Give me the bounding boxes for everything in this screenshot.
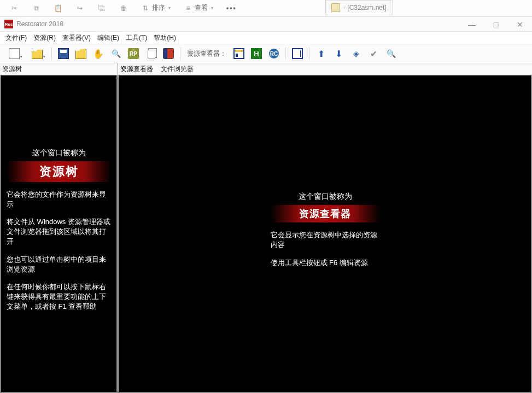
intro-title: 这个窗口被称为 xyxy=(7,148,111,158)
view-hex-button[interactable]: H xyxy=(249,46,264,61)
folder-icon xyxy=(75,48,86,59)
copy2-icon[interactable]: ⿻ xyxy=(97,4,106,13)
separator xyxy=(285,47,286,60)
intro-p1: 它会将您的文件作为资源树来显示 xyxy=(7,190,111,209)
intro-banner: 资源树 xyxy=(7,161,111,182)
viewer-label: 资源查看器： xyxy=(187,49,226,58)
tab-resource-viewer[interactable]: 资源查看器 xyxy=(120,64,153,74)
workspace: 资源树 这个窗口被称为 资源树 它会将您的文件作为资源树来显示 将文件从 Win… xyxy=(0,63,532,393)
viewer-intro: 这个窗口被称为 资源查看器 它会显示您在资源树中选择的资源内容 使用工具栏按钮或… xyxy=(271,192,380,275)
up-arrow-icon: ⬆ xyxy=(318,49,325,59)
separator xyxy=(309,47,309,60)
grab-button[interactable]: ✋ xyxy=(91,46,106,61)
view-window-button[interactable] xyxy=(290,46,305,61)
check-icon: ✔ xyxy=(370,49,377,59)
cut-icon[interactable]: ✂ xyxy=(10,4,19,13)
host-toolbar: ✂ ⧉ 📋 ↪ ⿻ 🗑 ⇅排序 ≡查看 ••• xyxy=(0,0,532,16)
menu-help[interactable]: 帮助(H) xyxy=(154,33,176,43)
viewer-intro-title: 这个窗口被称为 xyxy=(271,192,380,202)
view-dropdown[interactable]: ≡查看 xyxy=(184,3,213,13)
menu-tool[interactable]: 工具(T) xyxy=(126,33,147,43)
open-file-button[interactable] xyxy=(27,46,47,61)
nav-down-button[interactable]: ⬇ xyxy=(331,46,346,61)
viewer-intro-banner: 资源查看器 xyxy=(271,205,380,222)
rp-button[interactable]: RP xyxy=(126,46,141,61)
resource-tree-body[interactable]: 这个窗口被称为 资源树 它会将您的文件作为资源树来显示 将文件从 Windows… xyxy=(0,75,118,393)
nav-diamond-button[interactable]: ◈ xyxy=(349,46,363,61)
viewer-intro-p1: 它会显示您在资源树中选择的资源内容 xyxy=(271,230,380,250)
view-rc-button[interactable]: RC xyxy=(267,46,281,61)
separator xyxy=(180,47,180,60)
sort-dropdown[interactable]: ⇅排序 xyxy=(141,3,171,13)
separator xyxy=(51,47,52,60)
zoom-icon: 🔍 xyxy=(387,49,396,58)
window-icon xyxy=(292,48,303,59)
resource-tree-panel: 资源树 这个窗口被称为 资源树 它会将您的文件作为资源树来显示 将文件从 Win… xyxy=(0,63,118,393)
resource-viewer-panel: 资源查看器 文件浏览器 这个窗口被称为 资源查看器 它会显示您在资源树中选择的资… xyxy=(118,63,532,393)
search-icon: 🔍 xyxy=(112,49,121,58)
menu-viewer[interactable]: 查看器(V) xyxy=(62,33,91,43)
help-book-button[interactable] xyxy=(161,46,176,61)
resource-tree-intro: 这个窗口被称为 资源树 它会将您的文件作为资源树来显示 将文件从 Windows… xyxy=(7,148,111,320)
paste-icon[interactable]: 📋 xyxy=(54,4,62,13)
copy-icon xyxy=(148,50,155,58)
intro-p2: 将文件从 Windows 资源管理器或文件浏览器拖到该区域以将其打开 xyxy=(7,217,111,247)
down-arrow-icon: ⬇ xyxy=(335,49,342,59)
new-file-icon xyxy=(9,48,20,59)
resource-viewer-body[interactable]: 这个窗口被称为 资源查看器 它会显示您在资源树中选择的资源内容 使用工具栏按钮或… xyxy=(118,75,532,393)
main-toolbar: ✋ 🔍 RP 资源查看器： H RC ⬆ ⬇ ◈ ✔ 🔍 xyxy=(0,44,532,63)
menubar: 文件(F) 资源(R) 查看器(V) 编辑(E) 工具(T) 帮助(H) xyxy=(0,32,532,44)
book-icon xyxy=(163,48,174,59)
window-title: Restorator 2018 xyxy=(16,20,63,28)
rc-icon: RC xyxy=(269,49,279,58)
minimize-button[interactable]: — xyxy=(460,17,484,32)
new-file-button[interactable] xyxy=(4,46,24,61)
resource-tree-header: 资源树 xyxy=(0,63,118,75)
maximize-button[interactable]: □ xyxy=(484,17,508,32)
form-view-icon xyxy=(233,48,244,59)
close-button[interactable]: ✕ xyxy=(508,17,532,32)
save-button[interactable] xyxy=(56,46,71,61)
viewer-tabs: 资源查看器 文件浏览器 xyxy=(118,63,532,75)
app-logo-icon: Res xyxy=(4,20,13,28)
hex-icon: H xyxy=(251,48,262,59)
move-icon[interactable]: ↪ xyxy=(75,4,84,13)
save-icon xyxy=(58,48,69,59)
intro-p4: 在任何时候你都可以按下鼠标右键来获得具有最重要功能的上下文菜单，或者按 F1 查… xyxy=(7,282,111,312)
hand-icon: ✋ xyxy=(93,49,104,59)
view-form-button[interactable] xyxy=(232,46,246,61)
menu-edit[interactable]: 编辑(E) xyxy=(97,33,119,43)
nav-up-button[interactable]: ⬆ xyxy=(314,46,328,61)
background-window-title: - [C32asm.net] xyxy=(343,4,387,11)
check-button[interactable]: ✔ xyxy=(366,46,381,61)
zoom-button[interactable]: 🔍 xyxy=(384,46,398,61)
menu-file[interactable]: 文件(F) xyxy=(5,33,27,43)
resource-tree-tab[interactable]: 资源树 xyxy=(2,64,22,74)
more-icon[interactable]: ••• xyxy=(226,4,237,12)
diamond-icon: ◈ xyxy=(353,49,359,58)
c32asm-icon xyxy=(331,3,340,12)
titlebar[interactable]: Res Restorator 2018 — □ ✕ xyxy=(0,16,532,32)
copy-button[interactable] xyxy=(144,46,158,61)
search-button[interactable]: 🔍 xyxy=(109,46,123,61)
tab-file-browser[interactable]: 文件浏览器 xyxy=(161,64,194,74)
intro-p3: 您也可以通过单击树中的项目来浏览资源 xyxy=(7,255,111,274)
rp-icon: RP xyxy=(128,48,139,59)
copy-icon[interactable]: ⧉ xyxy=(32,4,40,13)
delete-icon[interactable]: 🗑 xyxy=(119,4,128,13)
viewer-intro-p2: 使用工具栏按钮或 F6 编辑资源 xyxy=(271,258,380,268)
menu-resource[interactable]: 资源(R) xyxy=(33,33,56,43)
open-folder-icon xyxy=(32,48,43,59)
folder-button[interactable] xyxy=(74,46,88,61)
background-window-tab[interactable]: - [C32asm.net] xyxy=(325,0,393,15)
